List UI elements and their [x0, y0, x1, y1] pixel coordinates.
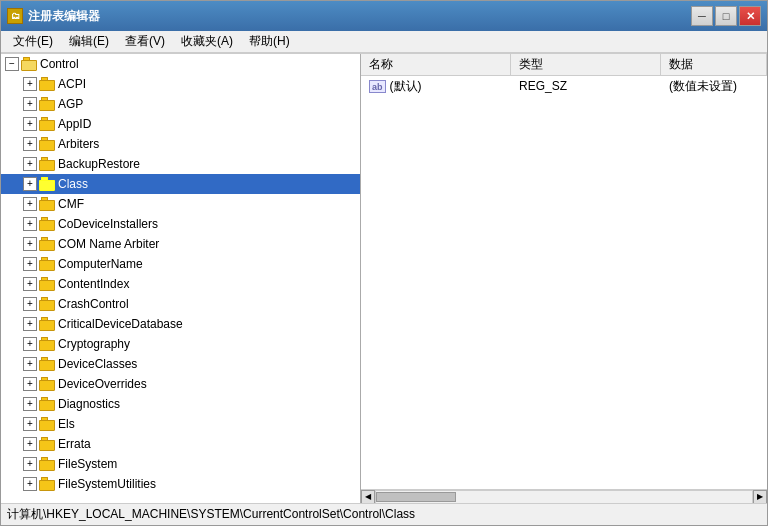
tree-item-label-cmf: CMF: [58, 197, 84, 211]
menu-file[interactable]: 文件(E): [5, 31, 61, 52]
data-name-text-0: (默认): [390, 78, 422, 95]
folder-icon-computername: [39, 257, 55, 271]
menu-edit[interactable]: 编辑(E): [61, 31, 117, 52]
expand-btn-acpi[interactable]: +: [23, 77, 37, 91]
tree-item-label-filesystemutilities: FileSystemUtilities: [58, 477, 156, 491]
tree-item-computername[interactable]: +ComputerName: [1, 254, 360, 274]
tree-item-label-codeviceinstallers: CoDeviceInstallers: [58, 217, 158, 231]
folder-icon-agp: [39, 97, 55, 111]
folder-icon-codeviceinstallers: [39, 217, 55, 231]
expand-btn-contentindex[interactable]: +: [23, 277, 37, 291]
tree-item-comnamearbiter[interactable]: +COM Name Arbiter: [1, 234, 360, 254]
expand-btn-deviceclasses[interactable]: +: [23, 357, 37, 371]
expand-btn-comnamearbiter[interactable]: +: [23, 237, 37, 251]
folder-icon-errata: [39, 437, 55, 451]
expand-btn-filesystem[interactable]: +: [23, 457, 37, 471]
expand-btn-codeviceinstallers[interactable]: +: [23, 217, 37, 231]
col-header-name[interactable]: 名称: [361, 54, 511, 75]
folder-icon-cmf: [39, 197, 55, 211]
title-bar: 🗂 注册表编辑器 ─ □ ✕: [1, 1, 767, 31]
tree-item-label-errata: Errata: [58, 437, 91, 451]
expand-btn-criticaldevicedatabase[interactable]: +: [23, 317, 37, 331]
expand-btn-filesystemutilities[interactable]: +: [23, 477, 37, 491]
title-controls: ─ □ ✕: [691, 6, 761, 26]
tree-item-label-control: Control: [40, 57, 79, 71]
expand-btn-cryptography[interactable]: +: [23, 337, 37, 351]
tree-item-agp[interactable]: +AGP: [1, 94, 360, 114]
folder-icon-appid: [39, 117, 55, 131]
minimize-button[interactable]: ─: [691, 6, 713, 26]
tree-pane[interactable]: −Control+ACPI+AGP+AppID+Arbiters+BackupR…: [1, 54, 361, 503]
folder-icon-class: [39, 177, 55, 191]
tree-item-label-acpi: ACPI: [58, 77, 86, 91]
tree-item-control[interactable]: −Control: [1, 54, 360, 74]
expand-btn-arbiters[interactable]: +: [23, 137, 37, 151]
folder-icon-filesystemutilities: [39, 477, 55, 491]
folder-icon-crashcontrol: [39, 297, 55, 311]
menu-favorites[interactable]: 收藏夹(A): [173, 31, 241, 52]
status-bar: 计算机\HKEY_LOCAL_MACHINE\SYSTEM\CurrentCon…: [1, 503, 767, 525]
tree-item-cryptography[interactable]: +Cryptography: [1, 334, 360, 354]
tree-item-deviceoverrides[interactable]: +DeviceOverrides: [1, 374, 360, 394]
data-cell-value-0: (数值未设置): [661, 76, 767, 97]
tree-item-label-deviceoverrides: DeviceOverrides: [58, 377, 147, 391]
column-headers: 名称 类型 数据: [361, 54, 767, 76]
expand-btn-agp[interactable]: +: [23, 97, 37, 111]
tree-item-filesystemutilities[interactable]: +FileSystemUtilities: [1, 474, 360, 494]
folder-icon-filesystem: [39, 457, 55, 471]
scroll-thumb[interactable]: [376, 492, 456, 502]
tree-item-errata[interactable]: +Errata: [1, 434, 360, 454]
tree-item-cmf[interactable]: +CMF: [1, 194, 360, 214]
col-header-data[interactable]: 数据: [661, 54, 767, 75]
expand-btn-appid[interactable]: +: [23, 117, 37, 131]
tree-item-label-computername: ComputerName: [58, 257, 143, 271]
close-button[interactable]: ✕: [739, 6, 761, 26]
tree-item-contentindex[interactable]: +ContentIndex: [1, 274, 360, 294]
tree-item-class[interactable]: +Class: [1, 174, 360, 194]
maximize-button[interactable]: □: [715, 6, 737, 26]
tree-item-crashcontrol[interactable]: +CrashControl: [1, 294, 360, 314]
tree-item-deviceclasses[interactable]: +DeviceClasses: [1, 354, 360, 374]
folder-icon-deviceclasses: [39, 357, 55, 371]
tree-item-label-deviceclasses: DeviceClasses: [58, 357, 137, 371]
folder-icon-criticaldevicedatabase: [39, 317, 55, 331]
scroll-track[interactable]: [375, 490, 753, 504]
tree-item-backuprestore[interactable]: +BackupRestore: [1, 154, 360, 174]
menu-view[interactable]: 查看(V): [117, 31, 173, 52]
expand-btn-computername[interactable]: +: [23, 257, 37, 271]
col-header-type[interactable]: 类型: [511, 54, 661, 75]
folder-icon-deviceoverrides: [39, 377, 55, 391]
tree-item-diagnostics[interactable]: +Diagnostics: [1, 394, 360, 414]
expand-btn-cmf[interactable]: +: [23, 197, 37, 211]
expand-btn-diagnostics[interactable]: +: [23, 397, 37, 411]
data-cell-name-0: ab(默认): [361, 76, 511, 97]
expand-btn-deviceoverrides[interactable]: +: [23, 377, 37, 391]
tree-item-criticaldevicedatabase[interactable]: +CriticalDeviceDatabase: [1, 314, 360, 334]
tree-item-filesystem[interactable]: +FileSystem: [1, 454, 360, 474]
horizontal-scrollbar[interactable]: ◀ ▶: [361, 489, 767, 503]
expand-btn-els[interactable]: +: [23, 417, 37, 431]
folder-icon-els: [39, 417, 55, 431]
tree-item-appid[interactable]: +AppID: [1, 114, 360, 134]
scroll-left-arrow[interactable]: ◀: [361, 490, 375, 504]
tree-item-label-arbiters: Arbiters: [58, 137, 99, 151]
folder-icon-arbiters: [39, 137, 55, 151]
folder-icon-cryptography: [39, 337, 55, 351]
data-cell-type-0: REG_SZ: [511, 77, 661, 95]
data-row-0[interactable]: ab(默认)REG_SZ(数值未设置): [361, 76, 767, 96]
window-title: 注册表编辑器: [28, 8, 691, 25]
scroll-right-arrow[interactable]: ▶: [753, 490, 767, 504]
expand-btn-backuprestore[interactable]: +: [23, 157, 37, 171]
expand-btn-class[interactable]: +: [23, 177, 37, 191]
data-area[interactable]: ab(默认)REG_SZ(数值未设置): [361, 76, 767, 489]
tree-item-arbiters[interactable]: +Arbiters: [1, 134, 360, 154]
tree-item-els[interactable]: +Els: [1, 414, 360, 434]
folder-icon-comnamearbiter: [39, 237, 55, 251]
menu-help[interactable]: 帮助(H): [241, 31, 298, 52]
expand-btn-errata[interactable]: +: [23, 437, 37, 451]
tree-item-acpi[interactable]: +ACPI: [1, 74, 360, 94]
expand-btn-crashcontrol[interactable]: +: [23, 297, 37, 311]
tree-item-label-cryptography: Cryptography: [58, 337, 130, 351]
tree-item-codeviceinstallers[interactable]: +CoDeviceInstallers: [1, 214, 360, 234]
expand-btn-control[interactable]: −: [5, 57, 19, 71]
